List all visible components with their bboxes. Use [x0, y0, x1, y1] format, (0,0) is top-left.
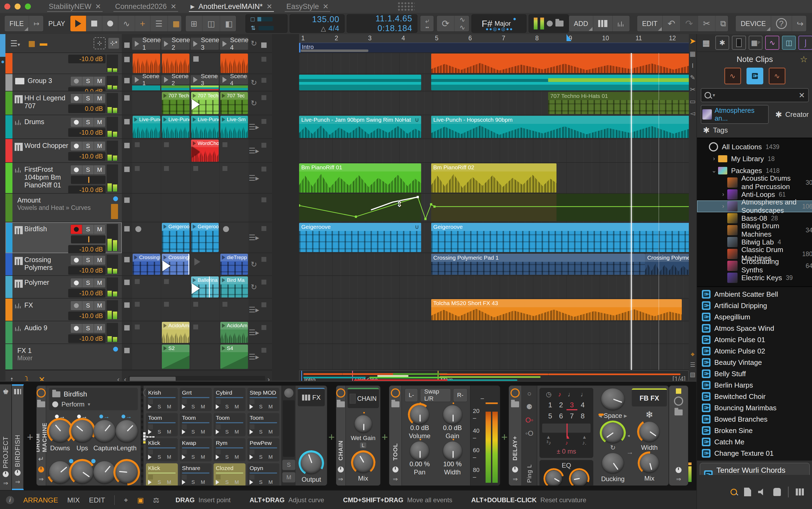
automation-indicator-dot[interactable]: [113, 347, 118, 351]
pad-mute-button[interactable]: M: [235, 479, 239, 485]
tab-project[interactable]: ♚ PROJECT ⇒: [0, 384, 12, 490]
solo-button[interactable]: S: [82, 324, 94, 333]
clip-slot[interactable]: [220, 163, 248, 193]
clip-slot[interactable]: [132, 139, 161, 162]
solo-button[interactable]: S: [82, 278, 94, 287]
launcher-clip[interactable]: Live-Punch-∪: [133, 116, 160, 138]
drum-pad[interactable]: KwapSM: [180, 438, 212, 462]
pencil-tool-icon[interactable]: ✎: [690, 74, 695, 81]
clip-slot[interactable]: Ballerina Birds: [191, 276, 219, 298]
info-icon[interactable]: i: [6, 496, 14, 504]
project-tab[interactable]: EasyStyle✕: [279, 0, 336, 13]
mute-button[interactable]: M: [94, 225, 105, 234]
arranger-clip[interactable]: [548, 78, 689, 82]
clip-slot[interactable]: CrossingPoly2: [161, 253, 190, 275]
launcher-grid-toggle-icon[interactable]: ▦: [28, 39, 35, 48]
launcher-clip[interactable]: dieTrepp: [220, 254, 248, 275]
delay-mode-pingpong-icon[interactable]: O◦: [525, 416, 533, 425]
track-stop-button[interactable]: [124, 78, 130, 83]
launcher-clip[interactable]: AcidoAmig: [162, 322, 189, 343]
clip-slot[interactable]: [161, 194, 190, 222]
close-tab-icon[interactable]: ✕: [266, 2, 272, 11]
browser-tree-item[interactable]: Acoustic Drums and Percussion30: [697, 177, 812, 189]
pad-play-icon[interactable]: [182, 480, 185, 485]
output-knob-label[interactable]: Output: [302, 476, 321, 483]
macro-knob[interactable]: →Ups: [71, 413, 93, 452]
pad-solo-button[interactable]: S: [259, 429, 262, 435]
tree-expand-icon[interactable]: ›: [710, 155, 718, 162]
arranger-lane[interactable]: [299, 139, 689, 163]
cut-icon[interactable]: ✂: [698, 16, 715, 31]
arranger-lane[interactable]: 707 Techno Hi-Hats 01: [299, 92, 689, 115]
launcher-clip[interactable]: [220, 54, 248, 73]
add-device-icon[interactable]: +: [27, 431, 33, 443]
macro-knob[interactable]: →Downs: [49, 413, 71, 452]
track-row[interactable]: FXSM-10.0 dB: [5, 299, 122, 321]
clip-slot[interactable]: WordChopper: [191, 139, 219, 162]
clip-slot[interactable]: [132, 344, 161, 369]
browser-result-item[interactable]: Atomic Pulse 02: [697, 345, 812, 357]
clip-slot[interactable]: Live-Punch- In: [161, 115, 190, 138]
device-button[interactable]: DEVICE: [736, 16, 771, 31]
key-display[interactable]: F# Major ● ●●◎●◎●●: [471, 14, 526, 33]
mute-button[interactable]: M: [94, 94, 105, 103]
record-slot-dot[interactable]: [135, 226, 141, 232]
tempo-display[interactable]: 135.00 △ 4/4: [290, 14, 345, 33]
loop-start-marker[interactable]: [566, 34, 571, 41]
slot-list-icon[interactable]: ☰▸: [249, 344, 259, 369]
clip-slot[interactable]: Live-Punch-∪: [132, 115, 161, 138]
device-preset-name[interactable]: Birdfish: [64, 390, 87, 398]
delay-width-label[interactable]: Width: [641, 444, 657, 451]
pad-play-icon[interactable]: [148, 455, 152, 460]
arranger-lane[interactable]: Crossing Polymeric Pad 1Crossing Polymer…: [299, 253, 689, 276]
dual-view-icon[interactable]: ◫: [202, 16, 220, 31]
pad-play-icon[interactable]: [250, 430, 253, 434]
expand-icon[interactable]: ↵: [38, 455, 44, 463]
track-volume-value[interactable]: -10.0 dB: [68, 312, 105, 320]
macro-knob-label[interactable]: Length: [116, 444, 138, 452]
track-volume-value[interactable]: -10.0 dB: [68, 245, 105, 254]
ibeam-tool-icon[interactable]: I: [692, 62, 694, 69]
arm-button[interactable]: [71, 94, 82, 103]
pad-play-icon[interactable]: [216, 430, 219, 434]
browser-everything-icon[interactable]: ✱: [715, 36, 729, 50]
audition-tool-icon[interactable]: ◅: [690, 109, 695, 117]
device-preset-icon[interactable]: [37, 401, 45, 407]
pad-mute-button[interactable]: M: [167, 404, 171, 410]
clip-slot[interactable]: [191, 163, 219, 193]
track-row[interactable]: FX 1Mixer: [5, 344, 122, 370]
slot-refresh-icon[interactable]: ↻: [249, 253, 259, 275]
delay-division-number[interactable]: 8: [577, 412, 588, 420]
delay-note-icon[interactable]: ♪: [558, 391, 561, 398]
tool-button[interactable]: R-: [453, 388, 467, 402]
mute-button[interactable]: M: [94, 76, 105, 86]
arranger-lane[interactable]: Bm PianoRiff 01Bm PianoRiff 02: [299, 163, 689, 194]
clip-slot[interactable]: [132, 92, 161, 115]
launcher-clip[interactable]: AcidoAm: [220, 322, 248, 343]
scale-icon[interactable]: ⌖: [124, 496, 128, 504]
track-row[interactable]: Audio 9SM-10.0 dB: [5, 321, 122, 344]
browser-result-item[interactable]: Berlin Harps: [697, 379, 812, 391]
arranger-clip[interactable]: [299, 75, 421, 90]
launcher-clip[interactable]: S2: [162, 345, 189, 369]
stop-button[interactable]: [86, 16, 102, 31]
help-icon[interactable]: ?: [771, 16, 792, 31]
browser-tree-item[interactable]: All Locations1439: [697, 141, 812, 153]
track-row[interactable]: -10.0 dB: [5, 53, 122, 74]
browser-tree-item[interactable]: ›My Library18: [697, 153, 812, 165]
remote-controls-icon[interactable]: [38, 467, 44, 473]
arranger-clip[interactable]: Crossing Polymeric Pad 1: [645, 254, 689, 275]
mute-button[interactable]: M: [94, 324, 105, 333]
track-volume-value[interactable]: -10.0 dB: [68, 334, 105, 343]
arranger-clip[interactable]: Tolcha MS20 Short FX 43: [431, 299, 682, 320]
file-button[interactable]: FILE: [5, 16, 29, 31]
browser-result-item[interactable]: Beauty Vintage: [697, 357, 812, 368]
drum-pad[interactable]: ToomSM: [247, 413, 279, 436]
clip-slot[interactable]: [191, 53, 219, 74]
arranger-clip[interactable]: Geigeroove∪: [299, 223, 421, 252]
tool-param[interactable]: 0.00 %Pan: [405, 441, 435, 476]
pad-play-icon[interactable]: [216, 404, 219, 409]
pad-mute-button[interactable]: M: [235, 454, 239, 460]
drum-pad[interactable]: KrishSM: [146, 388, 178, 411]
arranger-clip[interactable]: Geigeroove: [431, 223, 689, 252]
